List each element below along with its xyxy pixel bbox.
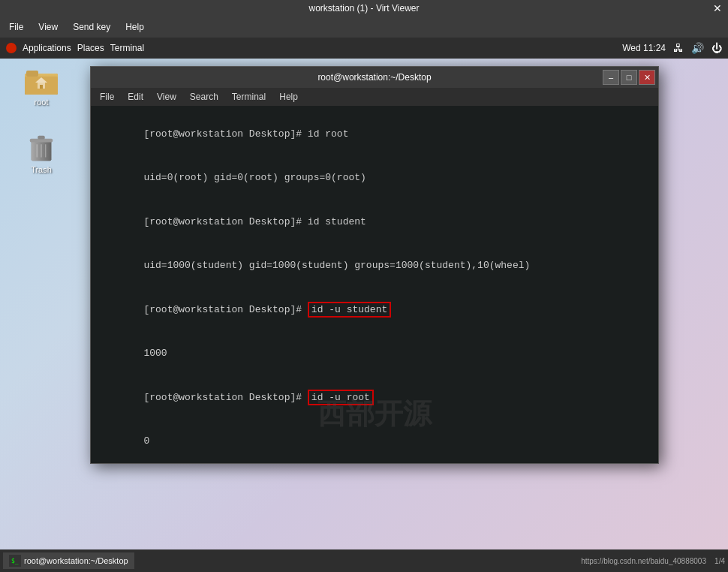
menu-help[interactable]: Help xyxy=(119,20,150,34)
terminal-title: root@workstation:~/Desktop xyxy=(317,72,431,83)
clock: Wed 11:24 xyxy=(622,43,666,53)
terminal-window: root@workstation:~/Desktop – □ ✕ File Ed… xyxy=(90,66,659,464)
term-line-4: uid=1000(student) gid=1000(student) grou… xyxy=(97,244,652,288)
taskbar-terminal-item[interactable]: $_ root@workstation:~/Desktop xyxy=(3,552,134,569)
term-menu-edit[interactable]: Edit xyxy=(122,90,149,104)
term-menu-search[interactable]: Search xyxy=(184,90,224,104)
bottom-taskbar: $_ root@workstation:~/Desktop https://bl… xyxy=(0,549,728,572)
term-line-8: 0 xyxy=(97,420,652,464)
terminal-maximize-button[interactable]: □ xyxy=(621,70,637,85)
trash-label: Trash xyxy=(31,165,52,174)
virt-viewer-close-button[interactable]: ✕ xyxy=(713,2,722,14)
terminal-menubar: File Edit View Search Terminal Help xyxy=(91,88,658,106)
term-line-5: [root@workstation Desktop]# id -u studen… xyxy=(97,288,652,332)
root-folder-icon[interactable]: root xyxy=(15,66,68,107)
menu-file[interactable]: File xyxy=(3,20,29,34)
virt-viewer-titlebar: workstation (1) - Virt Viewer ✕ xyxy=(0,0,728,17)
taskbar-right-info: https://blog.csdn.net/baidu_40888003 1/4 xyxy=(581,557,725,565)
menu-sendkey[interactable]: Send key xyxy=(67,20,116,34)
svg-rect-13 xyxy=(38,136,45,140)
term-line-2: uid=0(root) gid=0(root) groups=0(root) xyxy=(97,156,652,200)
terminal-label[interactable]: Terminal xyxy=(110,43,144,53)
term-line-3: [root@workstation Desktop]# id student xyxy=(97,200,652,244)
term-line-1: [root@workstation Desktop]# id root xyxy=(97,112,652,156)
virt-viewer-menubar: File View Send key Help xyxy=(0,17,728,38)
menu-view[interactable]: View xyxy=(32,20,64,34)
trash-icon[interactable]: Trash xyxy=(15,134,68,174)
highlighted-cmd-2: id -u root xyxy=(308,390,374,405)
svg-text:$_: $_ xyxy=(11,558,19,564)
terminal-close-button[interactable]: ✕ xyxy=(639,70,655,85)
terminal-window-controls: – □ ✕ xyxy=(603,70,655,85)
terminal-content[interactable]: [root@workstation Desktop]# id root uid=… xyxy=(91,106,658,463)
network-icon[interactable]: 🖧 xyxy=(673,42,684,54)
places-label[interactable]: Places xyxy=(77,43,104,53)
term-menu-file[interactable]: File xyxy=(94,90,120,104)
page-info: 1/4 xyxy=(714,557,725,565)
applications-icon xyxy=(6,43,17,53)
term-menu-terminal[interactable]: Terminal xyxy=(226,90,272,104)
applications-label[interactable]: Applications xyxy=(23,43,71,53)
svg-rect-3 xyxy=(26,71,38,77)
terminal-minimize-button[interactable]: – xyxy=(603,70,619,85)
power-icon[interactable]: ⏻ xyxy=(711,42,722,54)
terminal-titlebar: root@workstation:~/Desktop – □ ✕ xyxy=(91,67,658,88)
virt-viewer-title: workstation (1) - Virt Viewer xyxy=(309,3,420,14)
term-line-6: 1000 xyxy=(97,332,652,376)
url-hint: https://blog.csdn.net/baidu_40888003 xyxy=(581,557,706,565)
highlighted-cmd-1: id -u student xyxy=(308,302,391,318)
term-menu-view[interactable]: View xyxy=(151,90,182,104)
taskbar-terminal-icon: $_ xyxy=(9,555,21,567)
term-line-7: [root@workstation Desktop]# id -u root xyxy=(97,375,652,420)
root-folder-label: root xyxy=(35,98,49,107)
term-menu-help[interactable]: Help xyxy=(273,90,304,104)
svg-rect-6 xyxy=(40,85,43,89)
gnome-top-bar: Applications Places Terminal Wed 11:24 🖧… xyxy=(0,38,728,59)
desktop: root xyxy=(0,59,728,570)
volume-icon[interactable]: 🔊 xyxy=(691,42,704,54)
taskbar-terminal-label: root@workstation:~/Desktop xyxy=(24,556,128,565)
